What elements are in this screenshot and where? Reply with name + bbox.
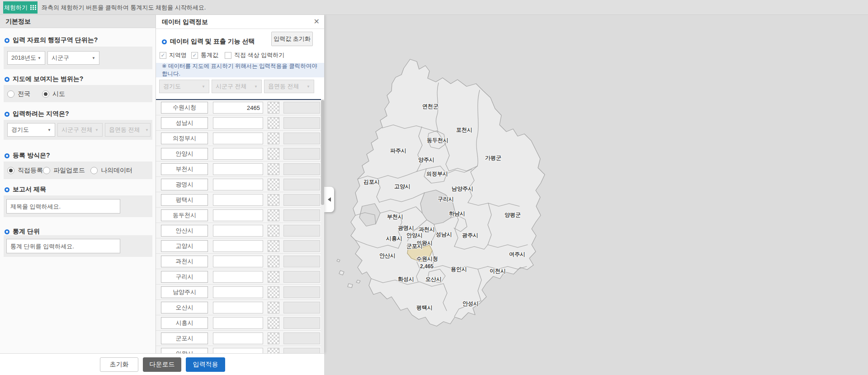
- table-row: 오산시: [156, 300, 321, 315]
- scope-option-sido[interactable]: 시도: [42, 90, 65, 98]
- region-name-box[interactable]: 광명시: [161, 179, 208, 190]
- radio-icon[interactable]: [7, 167, 14, 174]
- table-row: 남양주시: [156, 285, 321, 300]
- region-value-input[interactable]: [213, 332, 263, 344]
- scrollbar-thumb[interactable]: [321, 100, 324, 205]
- map-region-label: 하남시: [449, 210, 465, 218]
- checkbox-icon[interactable]: ✓: [160, 52, 166, 59]
- region-select-box: 경기도▼ 시군구 전체▼ 읍면동 전체▼: [4, 120, 152, 140]
- region-value-input[interactable]: [213, 271, 263, 283]
- region-name-box[interactable]: 과천시: [161, 256, 208, 267]
- disabled-color-field: [283, 179, 320, 190]
- color-swatch[interactable]: [268, 302, 279, 313]
- color-swatch[interactable]: [268, 102, 279, 114]
- experience-button[interactable]: 체험하기: [3, 1, 38, 14]
- region-value-input[interactable]: [213, 256, 263, 267]
- region-value-input[interactable]: [213, 286, 263, 298]
- region-name-box[interactable]: 남양주시: [161, 286, 208, 298]
- region-value-input[interactable]: [213, 240, 263, 252]
- method-option-upload[interactable]: 파일업로드: [43, 166, 85, 175]
- method-option-direct[interactable]: 직접등록: [7, 166, 43, 175]
- region-value-input[interactable]: [213, 302, 263, 313]
- radio-icon[interactable]: [42, 90, 49, 98]
- checkbox-stat-value[interactable]: ✓ 통계값: [191, 51, 218, 59]
- question-map-scope: 지도에 보여지는 범위는?: [5, 75, 83, 83]
- topbar-message: 좌측의 체험하기 버튼을 클릭하여 통계지도 체험을 시작하세요.: [42, 4, 206, 12]
- region-name-box[interactable]: 성남시: [161, 117, 208, 129]
- checkbox-icon[interactable]: ✓: [191, 52, 198, 59]
- table-scrollbar[interactable]: [321, 99, 324, 353]
- stat-unit-input[interactable]: [6, 239, 120, 253]
- region-value-input[interactable]: [213, 102, 263, 114]
- color-swatch[interactable]: [268, 209, 279, 221]
- region-name-box[interactable]: 고양시: [161, 240, 208, 252]
- region-value-input[interactable]: [213, 194, 263, 206]
- checkbox-direct-color[interactable]: 직접 색상 입력하기: [225, 51, 284, 59]
- region-value-input[interactable]: [213, 117, 263, 129]
- radio-icon[interactable]: [90, 167, 98, 174]
- color-swatch[interactable]: [268, 256, 279, 267]
- color-swatch[interactable]: [268, 117, 279, 129]
- province-select[interactable]: 경기도▼: [7, 123, 55, 137]
- bullet-icon: [5, 153, 9, 158]
- color-swatch[interactable]: [268, 194, 279, 206]
- chevron-down-icon: ▼: [95, 128, 99, 132]
- region-name-box[interactable]: 동두천시: [161, 209, 208, 221]
- region-name-box[interactable]: 평택시: [161, 194, 208, 206]
- region-name-box[interactable]: 부천시: [161, 163, 208, 175]
- report-title-input[interactable]: [6, 199, 120, 214]
- color-swatch[interactable]: [268, 286, 279, 298]
- download-button[interactable]: 다운로드: [143, 357, 181, 372]
- region-name-box[interactable]: 시흥시: [161, 317, 208, 329]
- close-icon[interactable]: ✕: [314, 17, 320, 26]
- color-swatch[interactable]: [268, 163, 279, 175]
- scope-option-nationwide[interactable]: 전국: [7, 90, 30, 98]
- region-value-input[interactable]: [213, 148, 263, 160]
- data-input-title: 데이터 입력정보: [156, 15, 324, 29]
- color-swatch[interactable]: [268, 317, 279, 329]
- region-value-input[interactable]: [213, 209, 263, 221]
- map-region-label: 가평군: [485, 154, 501, 162]
- experience-button-label: 체험하기: [4, 4, 28, 12]
- color-swatch[interactable]: [268, 271, 279, 283]
- table-row: 성남시: [156, 115, 321, 131]
- table-row: 고양시: [156, 238, 321, 254]
- map-region-label: 부천시: [387, 213, 403, 221]
- method-option-mydata[interactable]: 나의데이터: [90, 166, 132, 175]
- radio-icon[interactable]: [43, 167, 50, 174]
- region-value-input[interactable]: [213, 163, 263, 175]
- radio-icon[interactable]: [7, 90, 14, 98]
- region-value-input[interactable]: [213, 225, 263, 237]
- map-area[interactable]: 연천군포천시동두천시파주시양주시가평군의정부시김포시고양시남양주시구리시하남시양…: [324, 15, 868, 375]
- apply-button[interactable]: 입력적용: [186, 357, 225, 372]
- year-select[interactable]: 2018년도▼: [7, 51, 45, 65]
- color-swatch[interactable]: [268, 179, 279, 190]
- region-name-box[interactable]: 구리시: [161, 271, 208, 283]
- checkbox-region-name[interactable]: ✓ 지역명: [160, 51, 187, 59]
- region-name-box[interactable]: 군포시: [161, 332, 208, 344]
- region-name-box[interactable]: 안산시: [161, 225, 208, 237]
- map-region-label: 평택시: [416, 304, 433, 312]
- color-swatch[interactable]: [268, 133, 279, 144]
- region-value-input[interactable]: [213, 348, 263, 353]
- panel-collapse-handle[interactable]: [324, 187, 334, 212]
- color-swatch[interactable]: [268, 225, 279, 237]
- region-name-box[interactable]: 의왕시: [161, 348, 208, 353]
- color-swatch[interactable]: [268, 348, 279, 353]
- color-swatch[interactable]: [268, 240, 279, 252]
- color-swatch[interactable]: [268, 148, 279, 160]
- gyeonggi-map[interactable]: [324, 15, 868, 375]
- region-name-box[interactable]: 안양시: [161, 148, 208, 160]
- region-name-box[interactable]: 오산시: [161, 302, 208, 313]
- admin-level-select[interactable]: 시군구▼: [47, 51, 99, 65]
- region-value-input[interactable]: [213, 317, 263, 329]
- color-swatch[interactable]: [268, 332, 279, 344]
- region-value-input[interactable]: [213, 133, 263, 144]
- region-name-box[interactable]: 의정부시: [161, 133, 208, 144]
- checkbox-icon[interactable]: [225, 52, 231, 59]
- region-name-box[interactable]: 수원시청: [161, 102, 208, 114]
- reset-button[interactable]: 초기화: [100, 357, 138, 372]
- region-value-input[interactable]: [213, 179, 263, 190]
- basic-info-title: 기본정보: [0, 15, 156, 28]
- reset-values-button[interactable]: 입력값 초기화: [271, 32, 313, 46]
